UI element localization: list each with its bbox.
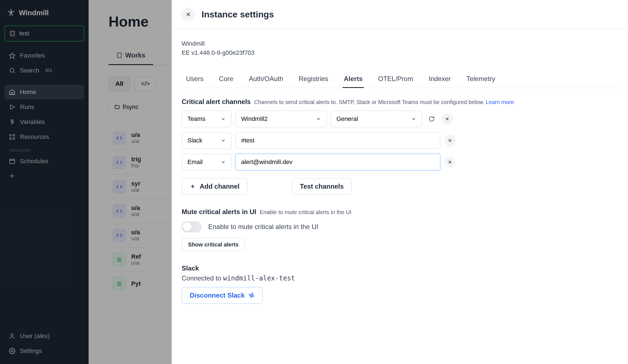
slack-connected-text: Connected to windmill-alex-test <box>182 274 618 282</box>
channel-row-email: Email alert@windmill.dev <box>182 154 618 170</box>
mute-desc: Enable to mute critical alerts in the UI <box>260 209 351 215</box>
modal-header: Instance settings <box>172 0 628 29</box>
settings-tabs: UsersCoreAuth/OAuthRegistriesAlertsOTEL/… <box>182 71 618 88</box>
remove-channel-button[interactable] <box>441 113 453 125</box>
chevron-down-icon <box>316 116 321 121</box>
chevron-down-icon <box>221 160 226 165</box>
remove-channel-button[interactable] <box>444 135 456 146</box>
channel-row-teams: Teams Windmill2 General <box>182 111 618 127</box>
slack-channel-input[interactable]: #test <box>235 132 440 149</box>
settings-tab-users[interactable]: Users <box>185 71 205 88</box>
mute-toggle[interactable] <box>182 221 202 232</box>
svg-rect-13 <box>251 296 251 298</box>
settings-tab-otel-prom[interactable]: OTEL/Prom <box>377 71 415 88</box>
learn-more-link[interactable]: Learn more <box>486 99 514 105</box>
test-channels-button[interactable]: Test channels <box>292 178 352 195</box>
chevron-down-icon <box>221 138 226 143</box>
add-channel-button[interactable]: Add channel <box>182 178 248 195</box>
modal-title: Instance settings <box>202 9 274 20</box>
svg-rect-15 <box>252 296 254 297</box>
svg-rect-14 <box>249 294 251 295</box>
close-icon <box>447 138 452 143</box>
settings-tab-alerts[interactable]: Alerts <box>343 71 364 88</box>
teams-team-select[interactable]: Windmill2 <box>235 111 327 127</box>
chevron-down-icon <box>411 116 416 121</box>
settings-tab-telemetry[interactable]: Telemetry <box>465 71 496 88</box>
instance-settings-modal: Instance settings Windmill EE v1.448.0-9… <box>172 0 628 364</box>
channel-type-select[interactable]: Email <box>182 154 231 170</box>
settings-tab-indexer[interactable]: Indexer <box>428 71 452 88</box>
critical-heading: Critical alert channels <box>182 98 251 105</box>
remove-channel-button[interactable] <box>444 156 456 168</box>
refresh-button[interactable] <box>426 113 437 125</box>
slack-icon <box>249 292 255 298</box>
settings-tab-auth-oauth[interactable]: Auth/OAuth <box>248 71 284 88</box>
settings-tab-registries[interactable]: Registries <box>298 71 330 88</box>
plus-icon <box>190 183 196 189</box>
critical-desc: Channels to send critical alerts to. SMT… <box>254 99 514 105</box>
slack-heading: Slack <box>182 264 618 272</box>
email-input[interactable]: alert@windmill.dev <box>235 154 440 170</box>
close-icon <box>445 116 450 121</box>
close-icon <box>447 160 452 165</box>
channel-row-slack: Slack #test <box>182 132 618 149</box>
close-button[interactable] <box>182 8 195 21</box>
channel-type-select[interactable]: Slack <box>182 132 231 149</box>
settings-tab-core[interactable]: Core <box>218 71 235 88</box>
mute-toggle-label: Enable to mute critical alerts in the UI <box>208 223 318 231</box>
toggle-knob <box>183 222 192 231</box>
refresh-icon <box>429 116 435 122</box>
svg-rect-12 <box>252 293 253 295</box>
version-info: Windmill EE v1.448.0-9-g00e23f703 <box>182 39 618 57</box>
channel-type-select[interactable]: Teams <box>182 111 231 127</box>
chevron-down-icon <box>221 116 226 121</box>
show-critical-alerts-button[interactable]: Show critical alerts <box>182 238 245 251</box>
teams-channel-select[interactable]: General <box>331 111 422 127</box>
disconnect-slack-button[interactable]: Disconnect Slack <box>182 287 263 304</box>
mute-heading: Mute critical alerts in UI <box>182 208 256 215</box>
close-icon <box>185 11 191 17</box>
